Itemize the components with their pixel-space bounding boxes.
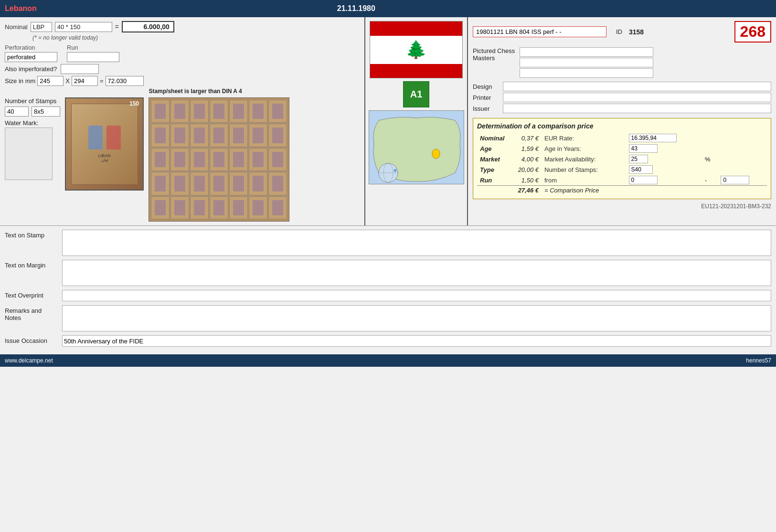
a1-badge: A1 — [403, 81, 429, 107]
header: Lebanon 21.11.1980 — [0, 0, 776, 17]
stamp-arabic: لبنان — [101, 158, 108, 162]
sheet-image — [149, 97, 289, 222]
remarks-notes-label: Remarks and Notes — [5, 305, 57, 321]
chess-input-1[interactable] — [520, 47, 653, 57]
remarks-notes-input[interactable] — [62, 305, 771, 331]
text-on-stamp-label: Text on Stamp — [5, 230, 57, 239]
sheet-cell — [268, 100, 287, 123]
design-label: Design — [473, 83, 499, 90]
comp-right-label-run: from — [542, 175, 626, 186]
imperforated-input[interactable] — [61, 64, 99, 74]
sheet-cell — [170, 100, 189, 123]
run-input[interactable] — [67, 52, 119, 62]
sheet-cell — [170, 124, 189, 147]
text-overprint-label: Text Overprint — [5, 290, 57, 299]
nominal-value[interactable]: 6.000,00 — [122, 21, 174, 32]
run-to-input[interactable] — [721, 176, 749, 184]
size-x-input[interactable] — [37, 76, 64, 86]
num-stamps-input[interactable] — [629, 165, 653, 174]
sheet-cell — [190, 148, 209, 171]
issuer-input[interactable] — [503, 104, 771, 113]
currency-input[interactable]: LBP — [31, 22, 52, 32]
comp-label-type: Type — [477, 164, 510, 175]
stamps-count-input[interactable] — [5, 106, 29, 117]
size-y-input[interactable] — [72, 76, 98, 86]
size-result-input[interactable] — [106, 76, 144, 86]
sheet-cell — [229, 196, 248, 219]
comp-row-age: Age 1,59 € Age in Years: — [477, 143, 767, 154]
chess-input-2[interactable] — [520, 58, 653, 67]
piece-red — [106, 126, 121, 149]
comp-right-val-run — [626, 175, 702, 186]
map-image — [369, 110, 464, 184]
design-input[interactable] — [503, 82, 771, 91]
bottom-section: Text on Stamp Text on Margin Text Overpr… — [0, 226, 776, 354]
perforation-input[interactable] — [5, 52, 57, 62]
sheet-cell — [268, 124, 287, 147]
map-svg — [369, 111, 464, 184]
sheet-cell — [170, 196, 189, 219]
issue-occasion-row: Issue Occasion — [5, 335, 771, 347]
text-on-margin-input[interactable] — [62, 260, 771, 286]
stamps-section: Number of Stamps — [5, 97, 60, 117]
comp-empty2 — [718, 133, 767, 143]
svg-rect-5 — [394, 169, 396, 172]
cedar-tree-icon: 🌲 — [405, 40, 427, 60]
text-on-stamp-input[interactable] — [62, 230, 771, 256]
comp-val-type: 20,00 € — [510, 164, 542, 175]
eur-rate-input[interactable] — [629, 134, 677, 142]
stamps-layout-input[interactable] — [32, 106, 60, 117]
market-avail-input[interactable] — [629, 155, 648, 163]
nominal-note: (* = no longer valid today) — [32, 34, 360, 41]
size-row: Size in mm X = — [5, 76, 360, 86]
sheet-cell — [249, 196, 267, 219]
text-overprint-input[interactable] — [62, 290, 771, 301]
comp-empty — [702, 133, 718, 143]
comp-row-nominal: Nominal 0,37 € EUR Rate: — [477, 133, 767, 143]
size-cross: X — [65, 77, 70, 85]
sheet-cell — [151, 148, 170, 171]
stamp-code-input[interactable] — [473, 26, 606, 37]
comp-empty5 — [718, 154, 767, 164]
id-number: 3158 — [629, 28, 644, 36]
chess-input-3[interactable] — [520, 68, 653, 78]
comp-run-to — [718, 175, 767, 186]
text-on-margin-label: Text on Margin — [5, 260, 57, 269]
comparison-box: Determination of a comparison price Nomi… — [473, 118, 771, 199]
watermark-box — [5, 128, 53, 180]
sheet-cell — [170, 172, 189, 195]
sheet-cell — [151, 100, 170, 123]
sheet-cell — [229, 172, 248, 195]
imperforated-label: Also imperforated? — [5, 65, 57, 73]
svg-point-1 — [432, 149, 440, 159]
comp-empty6 — [702, 164, 718, 175]
size-label: Size in mm — [5, 77, 35, 85]
sheet-cell — [229, 124, 248, 147]
sheet-cell — [190, 124, 209, 147]
comp-label-age: Age — [477, 143, 510, 154]
issue-occasion-input[interactable] — [62, 335, 771, 347]
header-date: 21.11.1980 — [337, 4, 375, 13]
sheet-cell — [151, 172, 170, 195]
stamp-inner: LIBAN لبنان — [71, 104, 138, 185]
comparison-title: Determination of a comparison price — [477, 122, 767, 130]
size-note: Stamp/sheet is larger than DIN A 4 — [31, 88, 360, 95]
footer: www.delcampe.net hennes57 — [0, 354, 776, 367]
comp-right-val-type — [626, 164, 702, 175]
comp-right-label-nominal: EUR Rate: — [542, 133, 626, 143]
flag-lebanon: 🌲 — [370, 21, 463, 78]
run-from-input[interactable] — [629, 176, 658, 184]
sheet-cell — [170, 148, 189, 171]
sheet-cell — [249, 172, 267, 195]
sheet-cell — [268, 196, 287, 219]
comp-right-label-age: Age in Years: — [542, 143, 626, 154]
comp-val-market: 4,00 € — [510, 154, 542, 164]
perf-section: Perforation — [5, 44, 57, 62]
comp-label-run: Run — [477, 175, 510, 186]
comp-dash: - — [702, 175, 718, 186]
printer-input[interactable] — [503, 93, 771, 102]
age-years-input[interactable] — [629, 144, 658, 153]
comp-total-label: = Comparison Price — [542, 186, 718, 195]
formula-input[interactable]: 40 * 150 — [55, 22, 112, 32]
sheet-cell — [229, 148, 248, 171]
